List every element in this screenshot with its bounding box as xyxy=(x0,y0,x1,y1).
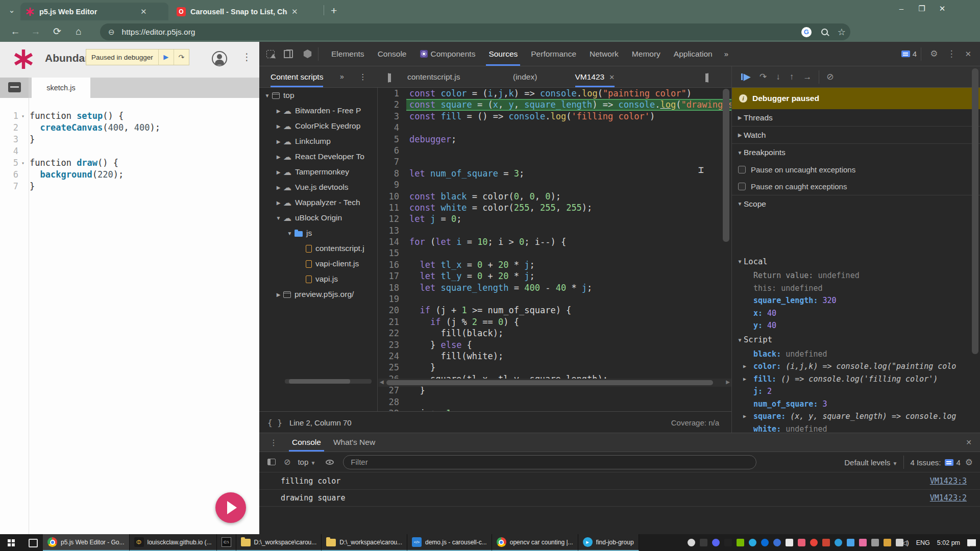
taskbar-app-demo-js---carousell-c---[interactable]: </>demo.js - carousell-c... xyxy=(407,534,492,551)
address-bar[interactable]: ⊖ https://editor.p5js.org G ☆ xyxy=(100,23,850,40)
oval-tray-icon[interactable] xyxy=(773,539,781,546)
step-out-icon[interactable]: ↑ xyxy=(790,72,794,82)
more-tabs-icon[interactable]: » xyxy=(719,49,733,58)
p5-code-line-1[interactable]: 1▾function setup() { xyxy=(0,110,259,122)
issues-icon[interactable] xyxy=(901,51,910,57)
p5-code-line-2[interactable]: 2 createCanvas(400, 400); xyxy=(0,122,259,134)
browser-tab-p5[interactable]: p5.js Web Editor ✕ xyxy=(20,3,168,20)
window-minimize-button[interactable]: – xyxy=(891,0,912,17)
edit-tray-icon[interactable] xyxy=(822,539,830,546)
source-line-1[interactable]: 1const color = (i,j,k) => console.log("p… xyxy=(378,88,731,99)
scope-var-black[interactable]: black: undefined xyxy=(732,348,980,361)
taskbar-app-d---workspace-carou---[interactable]: D:\_workspace\carou... xyxy=(322,534,407,551)
language-indicator[interactable]: ENG xyxy=(916,539,930,546)
scope-var-fill[interactable]: ▶fill: () => console.log('filling color'… xyxy=(732,373,980,386)
devtools-tab-application[interactable]: Application xyxy=(667,42,719,66)
console-sidebar-icon[interactable] xyxy=(267,459,276,465)
resume-script-icon[interactable]: ▶ xyxy=(741,71,750,82)
devtools-tab-console[interactable]: Console xyxy=(371,42,413,66)
threads-section[interactable]: ▶Threads xyxy=(732,109,980,127)
source-line-24[interactable]: 24 fill(white); xyxy=(378,350,731,362)
source-link[interactable]: VM1423:3 xyxy=(930,473,967,490)
taskbar-app-d---workspace-carou---[interactable]: D:\_workspace\carou... xyxy=(236,534,322,551)
devtools-tab-components[interactable]: Components xyxy=(413,42,482,66)
source-line-28[interactable]: 28 xyxy=(378,396,731,408)
source-line-19[interactable]: 19 xyxy=(378,293,731,305)
source-line-11[interactable]: 11const white = color(255, 255, 255); xyxy=(378,202,731,213)
file-tab-contentscriptjs[interactable]: contentscript.js xyxy=(407,66,460,87)
content-scripts-tab[interactable]: Content scripts xyxy=(271,66,323,87)
google-icon[interactable]: G xyxy=(801,27,812,37)
source-line-15[interactable]: 15 xyxy=(378,247,731,259)
scope-var-num_of_square[interactable]: num_of_square: 3 xyxy=(732,398,980,411)
music-tray-icon[interactable] xyxy=(798,539,805,546)
source-line-25[interactable]: 25 } xyxy=(378,362,731,373)
device-toolbar-icon[interactable] xyxy=(286,49,293,58)
toggle-debugger-sidebar-icon[interactable] xyxy=(707,73,708,83)
tree-item-colorpick-eyedrop[interactable]: ▶☁ColorPick Eyedrop xyxy=(259,118,377,134)
source-line-18[interactable]: 18 let square_length = 400 - 40 * j; xyxy=(378,282,731,293)
touch-tray-icon[interactable] xyxy=(786,539,793,546)
p5-code-line-5[interactable]: 5▾function draw() { xyxy=(0,157,259,169)
tree-item-contentscript-j[interactable]: contentscript.j xyxy=(259,241,377,256)
telegram-tray-icon[interactable] xyxy=(749,539,756,546)
discord-tray-icon[interactable] xyxy=(712,539,720,546)
source-line-8[interactable]: 8let num_of_square = 3; xyxy=(378,168,731,179)
scope-var-x[interactable]: x: 40 xyxy=(732,307,980,320)
p5-code-line-4[interactable]: 4 xyxy=(0,145,259,157)
source-line-6[interactable]: 6 xyxy=(378,145,731,156)
home-icon[interactable]: ⌂ xyxy=(71,24,86,39)
sidebar-vscrollbar[interactable] xyxy=(972,66,978,434)
new-tab-button[interactable]: + xyxy=(331,5,337,17)
file-tab-vm1423[interactable]: VM1423✕ xyxy=(575,66,615,87)
source-link[interactable]: VM1423:2 xyxy=(930,490,967,507)
tab-close-icon[interactable]: ✕ xyxy=(140,7,147,16)
devtools-menu-icon[interactable]: ⋮ xyxy=(947,48,955,59)
file-tab-close-icon[interactable]: ✕ xyxy=(609,73,615,81)
devtools-tab-sources[interactable]: Sources xyxy=(482,42,524,66)
devtools-tab-network[interactable]: Network xyxy=(583,42,625,66)
forward-icon[interactable]: → xyxy=(29,24,43,39)
inspect-element-icon[interactable] xyxy=(266,50,275,58)
file-tab-index[interactable]: (index) xyxy=(513,66,537,87)
scope-section[interactable]: ▼Scope xyxy=(732,195,980,212)
console-filter-input[interactable] xyxy=(343,455,756,469)
tree-item-preview-p5js-org-[interactable]: ▶preview.p5js.org/ xyxy=(259,287,377,302)
taskbar-app-find-job-group[interactable]: ▸find-job-group xyxy=(578,534,639,551)
clear-console-icon[interactable]: ⊘ xyxy=(284,457,290,467)
tree-item-wappalyzer---tech[interactable]: ▶☁Wappalyzer - Tech xyxy=(259,195,377,210)
clock[interactable]: 5:02 pm xyxy=(937,539,960,546)
source-line-22[interactable]: 22 fill(black); xyxy=(378,328,731,339)
tooltip-step-icon[interactable]: ↷ xyxy=(174,49,189,65)
source-line-10[interactable]: 10const black = color(0, 0, 0); xyxy=(378,191,731,202)
drawer-tab-console[interactable]: Console xyxy=(286,433,327,452)
speaker-icon[interactable]: ◁) xyxy=(902,539,909,546)
collapse-navigator-icon[interactable] xyxy=(388,73,389,83)
scope-var-square_length[interactable]: square_length: 320 xyxy=(732,294,980,307)
scope-var-square[interactable]: ▶square: (x, y, square_length) => consol… xyxy=(732,410,980,423)
scope-var-returnvalue[interactable]: Return value: undefined xyxy=(732,269,980,282)
issues-count[interactable]: 4 xyxy=(913,49,917,58)
devtools-settings-icon[interactable]: ⚙ xyxy=(930,48,938,59)
account-icon[interactable] xyxy=(212,51,227,66)
taskbar-app-opencv-car-counting-----[interactable]: opencv car counting |... xyxy=(492,534,578,551)
p5-code-line-3[interactable]: 3} xyxy=(0,134,259,145)
console-message[interactable]: drawing squareVM1423:2 xyxy=(259,490,980,507)
tooltip-resume-icon[interactable]: ▶ xyxy=(158,49,174,65)
reload-icon[interactable]: ⟳ xyxy=(50,24,64,39)
file-tray-button[interactable] xyxy=(0,78,29,98)
tree-item-top[interactable]: ▼top xyxy=(259,88,377,103)
devtools-tab-performance[interactable]: Performance xyxy=(524,42,583,66)
source-line-13[interactable]: 13 xyxy=(378,225,731,236)
source-line-21[interactable]: 21 if (j % 2 == 0) { xyxy=(378,316,731,328)
source-line-9[interactable]: 9 xyxy=(378,179,731,190)
tab-close-icon[interactable]: ✕ xyxy=(291,7,298,16)
editor-hscrollbar[interactable]: ◀▶ xyxy=(378,379,731,387)
bookmark-star-icon[interactable]: ☆ xyxy=(838,27,846,38)
window-maximize-button[interactable]: ❐ xyxy=(912,0,932,17)
context-selector[interactable]: top ▼ xyxy=(298,458,315,466)
source-line-2[interactable]: 2const square = (x, y, square_length) =>… xyxy=(378,99,731,110)
fold-icon[interactable]: ▾ xyxy=(21,110,24,122)
scope-var-color[interactable]: ▶color: (i,j,k) => console.log("painting… xyxy=(732,360,980,373)
back-icon[interactable]: ← xyxy=(8,24,22,39)
